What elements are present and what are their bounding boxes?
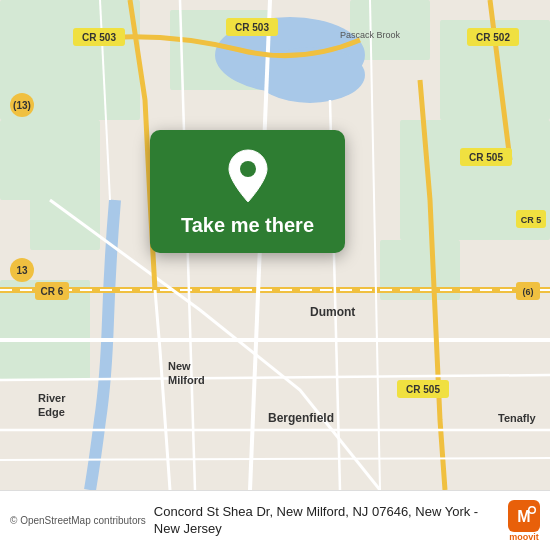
take-me-there-button[interactable]: Take me there — [181, 214, 314, 237]
svg-text:(13): (13) — [13, 100, 31, 111]
moovit-logo: M moovit — [508, 500, 540, 542]
svg-text:CR 505: CR 505 — [406, 384, 440, 395]
svg-point-55 — [530, 507, 535, 512]
svg-text:Milford: Milford — [168, 374, 205, 386]
svg-text:Edge: Edge — [38, 406, 65, 418]
address-label: Concord St Shea Dr, New Milford, NJ 0764… — [154, 504, 500, 538]
svg-text:River: River — [38, 392, 66, 404]
map-container: CR 503 CR 503 CR 502 CR 505 CR 6 (6) (13… — [0, 0, 550, 490]
svg-text:Pascack Brook: Pascack Brook — [340, 30, 401, 40]
svg-point-51 — [240, 161, 256, 177]
svg-text:13: 13 — [16, 265, 28, 276]
svg-text:(6): (6) — [523, 287, 534, 297]
svg-text:CR 503: CR 503 — [82, 32, 116, 43]
svg-text:CR 5: CR 5 — [521, 215, 542, 225]
svg-text:CR 505: CR 505 — [469, 152, 503, 163]
action-card[interactable]: Take me there — [150, 130, 345, 253]
svg-text:CR 502: CR 502 — [476, 32, 510, 43]
svg-text:Dumont: Dumont — [310, 305, 355, 319]
bottom-bar: © OpenStreetMap contributors Concord St … — [0, 490, 550, 550]
svg-text:Tenafly: Tenafly — [498, 412, 537, 424]
osm-credit: © OpenStreetMap contributors — [10, 515, 146, 526]
svg-text:CR 503: CR 503 — [235, 22, 269, 33]
svg-text:Bergenfield: Bergenfield — [268, 411, 334, 425]
svg-text:New: New — [168, 360, 191, 372]
location-pin-icon — [224, 148, 272, 204]
moovit-label: moovit — [509, 532, 539, 542]
svg-text:CR 6: CR 6 — [41, 286, 64, 297]
moovit-icon: M — [508, 500, 540, 532]
